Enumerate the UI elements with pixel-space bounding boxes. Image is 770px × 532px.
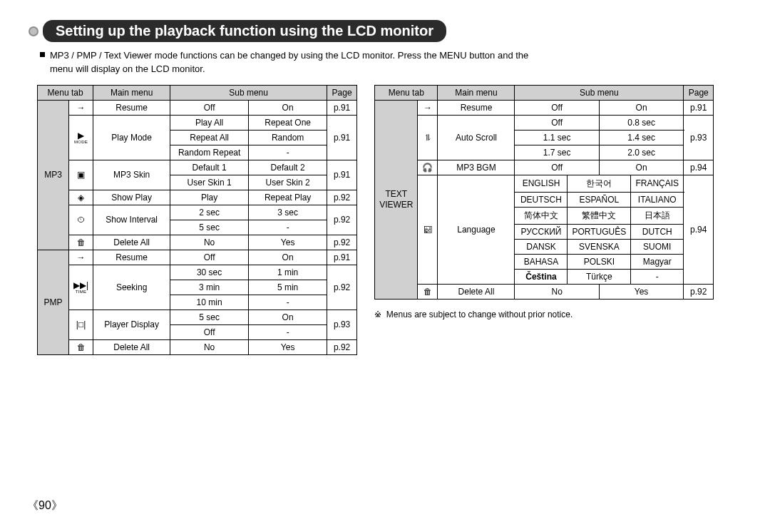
lang-cell: ENGLISH [515,175,568,192]
cell: 5 sec [170,220,249,235]
trash-icon: 🗑 [418,284,438,299]
th-page: Page [327,85,357,100]
lang-cell: DUTCH [631,224,684,239]
cell: Off [515,115,599,130]
lang-cell: 繁體中文 [568,207,631,224]
cell: 2 sec [170,205,249,220]
main-resume: Resume [93,250,170,265]
lang-cell: 日本語 [631,207,684,224]
page-ref: p.91 [327,100,357,115]
main-autoscroll: Auto Scroll [438,115,515,160]
section-textviewer: TEXTVIEWER [375,100,418,299]
intro-text: MP3 / PMP / Text Viewer mode functions c… [50,50,528,74]
notice: ※ Menus are subject to change without pr… [374,310,714,319]
show-icon: ◈ [69,190,93,205]
main-seeking: Seeking [93,265,170,310]
cell: Repeat Play [249,190,327,205]
clock-icon: ⏲ [69,205,93,235]
main-showinterval: Show Interval [93,205,170,235]
title-bar: Setting up the playback function using t… [29,20,744,42]
scroll-icon: ⥮ [418,115,438,160]
cell: 5 min [249,280,327,295]
page-ref: p.94 [684,175,714,284]
lang-cell: РУССКИЙ [515,224,568,239]
cell: - [249,220,327,235]
notice-symbol-icon: ※ [374,310,381,319]
main-resume: Resume [438,100,515,115]
cell: No [170,339,249,354]
main-resume: Resume [93,100,170,115]
cell: - [249,324,327,339]
th-mainmenu: Main menu [93,85,170,100]
arrow-right-icon: → [69,100,93,115]
cell: 30 sec [170,265,249,280]
section-pmp: PMP [38,250,69,354]
th-menutab: Menu tab [375,85,438,100]
lang-cell: FRANÇAIS [631,175,684,192]
cell: On [599,100,683,115]
lang-cell: SVENSKA [568,239,631,254]
left-menu-table: Menu tab Main menu Sub menu Page MP3 → R… [37,85,357,355]
cell: On [599,160,683,175]
trash-icon: 🗑 [69,339,93,354]
title-bullet-icon [29,26,38,36]
arrow-right-icon: → [69,250,93,265]
cell: Play [170,190,249,205]
cell: 1.1 sec [515,130,599,145]
lang-cell: ESPAÑOL [568,192,631,207]
main-showplay: Show Play [93,190,170,205]
th-submenu: Sub menu [515,85,684,100]
cell: Default 1 [170,160,249,175]
cell: Yes [599,284,683,299]
cell: User Skin 2 [249,175,327,190]
cell: No [170,235,249,250]
cell: Random Repeat [170,145,249,160]
page-ref: p.94 [684,160,714,175]
cell: On [249,310,327,324]
page-ref: p.92 [327,265,357,310]
cell: Off [170,100,249,115]
cell: - [249,295,327,310]
cell: 3 sec [249,205,327,220]
cell: 2.0 sec [599,145,683,160]
cell: On [249,250,327,265]
cell: No [515,284,599,299]
page-ref: p.92 [327,205,357,235]
lang-cell: PORTUGUÊS [568,224,631,239]
seek-icon: ▶▶|TIME [69,265,93,310]
page-ref: p.92 [327,190,357,205]
page-title: Setting up the playback function using t… [43,20,446,42]
lang-cell: ITALIANO [631,192,684,207]
page-number: 《90》 [27,498,63,513]
page-ref: p.91 [327,115,357,160]
th-menutab: Menu tab [38,85,93,100]
main-deleteall: Delete All [93,235,170,250]
cell: - [249,145,327,160]
lang-cell: Magyar [631,254,684,269]
trash-icon: 🗑 [69,235,93,250]
cell: On [249,100,327,115]
main-playerdisplay: Player Display [93,310,170,339]
cell: 0.8 sec [599,115,683,130]
lang-cell: DEUTSCH [515,192,568,207]
cell: 10 min [170,295,249,310]
main-deleteall: Delete All [438,284,515,299]
arrow-right-icon: → [418,100,438,115]
page-ref: p.92 [684,284,714,299]
cell: 1.4 sec [599,130,683,145]
cell: 3 min [170,280,249,295]
page-ref: p.93 [684,115,714,160]
page-ref: p.91 [327,160,357,190]
play-mode-icon: ▶MODE [69,115,93,160]
lang-cell: BAHASA [515,254,568,269]
main-deleteall: Delete All [93,339,170,354]
cell: Play All [170,115,249,130]
th-page: Page [684,85,714,100]
language-icon: 🗟 [418,175,438,284]
lang-cell: Čeština [515,269,568,284]
section-mp3: MP3 [38,100,69,250]
th-mainmenu: Main menu [438,85,515,100]
lang-cell: DANSK [515,239,568,254]
page-ref: p.93 [327,310,357,339]
cell: Repeat One [249,115,327,130]
